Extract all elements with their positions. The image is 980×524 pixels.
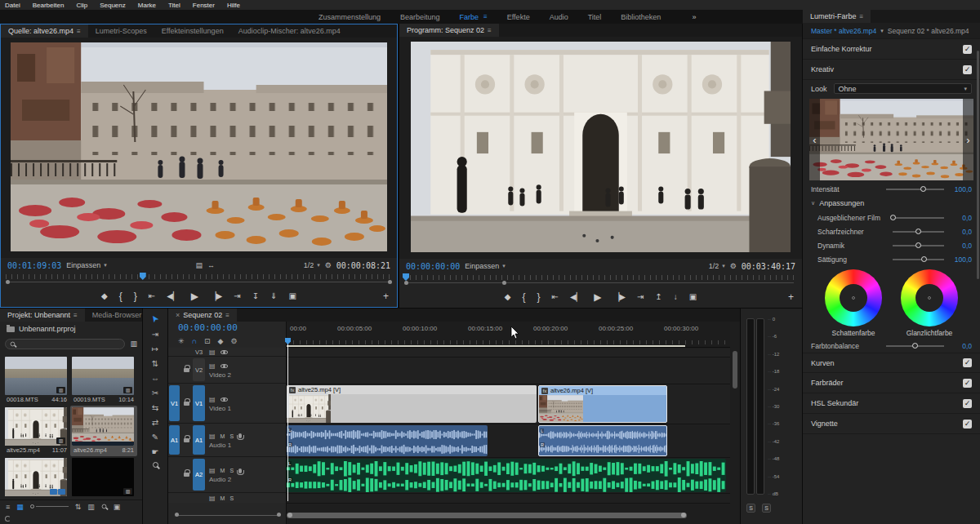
slide-tool[interactable]: ⇄ [152, 418, 158, 427]
adjustment-value[interactable]: 100,0 [951, 255, 972, 264]
solo-button[interactable]: S [229, 468, 234, 473]
workspace-tab-bearbeitung[interactable]: Bearbeitung [400, 13, 440, 21]
source-patch-v1[interactable]: V1 [169, 385, 180, 421]
program-zoom-bar[interactable] [404, 281, 797, 285]
work-area-bar[interactable] [287, 345, 685, 347]
track-select-forward-tool[interactable]: ⇥ [152, 330, 158, 339]
source-patch-a1[interactable]: A1 [169, 425, 180, 455]
track-target-v3[interactable]: V3 [195, 349, 203, 356]
track-name[interactable]: Audio 1 [209, 442, 286, 449]
track-target-a2[interactable]: A2 [193, 459, 205, 491]
menu-clip[interactable]: Clip [76, 2, 87, 9]
clip-name[interactable]: 00018.MTS [7, 396, 38, 403]
menu-marke[interactable]: Marke [138, 2, 156, 9]
zoom-handle-left[interactable] [175, 513, 179, 517]
clip-altve26-video[interactable]: fx altve26.mp4 [V] [538, 385, 667, 423]
play-button[interactable]: ▶ [191, 291, 198, 302]
source-video-area[interactable] [1, 38, 397, 258]
project-item[interactable] [3, 456, 70, 500]
slip-tool[interactable]: ⇆ [152, 403, 158, 412]
wrench-icon[interactable]: ⚙ [325, 261, 332, 269]
track-name[interactable]: Video 1 [209, 405, 286, 412]
project-item[interactable]: ▥ [70, 456, 137, 500]
sync-lock-icon[interactable]: ▤ [209, 495, 216, 502]
clip-altve25-video[interactable]: fx altve25.mp4 [V] [287, 385, 537, 423]
solo-left-button[interactable]: S [746, 504, 755, 513]
workspace-tab-zusammenstellung[interactable]: Zusammenstellung [318, 13, 381, 21]
section-kreativ[interactable]: Kreativ ✓ [803, 60, 980, 80]
solo-button[interactable]: S [229, 495, 234, 501]
shadow-tint-wheel[interactable] [825, 269, 882, 326]
zoom-handle-left[interactable] [404, 281, 408, 285]
sync-lock-icon[interactable]: ▤ [209, 362, 216, 370]
step-forward-button[interactable]: ▕▶ [210, 291, 222, 300]
slider-handle[interactable] [915, 242, 921, 248]
track-height-zoom[interactable] [175, 513, 281, 518]
look-prev-button[interactable]: ‹ [809, 99, 820, 180]
new-item-button[interactable]: ▣ [114, 503, 121, 511]
slider-handle[interactable] [890, 215, 896, 220]
look-dropdown[interactable]: Ohne ▾ [834, 83, 972, 94]
slider-handle[interactable] [912, 343, 918, 349]
project-item-selected[interactable]: altve26.mp4 8:21 [70, 406, 137, 456]
project-item[interactable]: ▥ 00018.MTS 44:16 [3, 355, 70, 406]
source-resolution-dropdown[interactable]: 1/2 ▾ [304, 261, 320, 269]
wrench-icon[interactable]: ⚙ [730, 262, 737, 270]
chevron-down-icon[interactable]: ▾ [880, 28, 884, 34]
master-clip-label[interactable]: Master * altve26.mp4 [811, 27, 876, 35]
menu-datei[interactable]: Datei [5, 2, 20, 9]
timeline-current-timecode[interactable]: 00:00:00:00 [168, 322, 286, 335]
intensity-value[interactable]: 100,0 [951, 185, 972, 193]
source-scrubber[interactable] [1, 273, 397, 285]
mark-in-button[interactable]: { [523, 291, 526, 303]
mute-button[interactable]: M [220, 468, 225, 473]
slider-handle[interactable] [920, 186, 926, 192]
mark-out-button[interactable]: } [537, 291, 541, 303]
find-button[interactable] [102, 504, 107, 509]
tab-lumetri-farbe[interactable]: Lumetri-Farbe ≡ [803, 10, 871, 23]
source-zoom-bar[interactable] [6, 280, 392, 284]
linked-selection-icon[interactable]: ⊡ [204, 337, 211, 345]
goto-in-button[interactable]: ⇤ [552, 292, 559, 301]
goto-out-button[interactable]: ⇥ [234, 291, 240, 300]
tab-effekteinstellungen[interactable]: Effekteinstellungen [154, 24, 231, 38]
list-view-button[interactable]: ≡ [6, 503, 10, 511]
program-video-area[interactable] [399, 37, 802, 259]
sort-button[interactable]: ⇅ [75, 503, 82, 511]
timeline-settings-wrench-icon[interactable]: ⚙ [231, 337, 238, 345]
track-lane-a2[interactable]: L R [287, 458, 730, 494]
zoom-handle-right[interactable] [502, 281, 506, 285]
goto-out-button[interactable]: ⇥ [637, 292, 644, 301]
voiceover-mic-icon[interactable] [238, 468, 242, 473]
scrollbar-thumb[interactable] [287, 513, 687, 518]
thumbnail-zoom-slider[interactable] [30, 504, 69, 508]
workspace-overflow-icon[interactable]: » [692, 13, 696, 21]
zoom-handle-right[interactable] [388, 280, 392, 284]
track-target-v1[interactable]: V1 [193, 385, 205, 421]
lock-icon[interactable] [184, 473, 189, 477]
program-current-timecode[interactable]: 00:00:00:00 [406, 262, 460, 271]
checkbox-vignette[interactable]: ✓ [963, 420, 972, 429]
tab-sequence[interactable]: × Sequenz 02 ≡ [168, 309, 237, 322]
sync-lock-icon[interactable]: ▤ [209, 349, 216, 356]
extract-button[interactable]: ↓ [674, 292, 678, 301]
panel-menu-icon[interactable]: ≡ [77, 28, 81, 35]
program-scrubber[interactable] [399, 273, 802, 286]
clip-name[interactable]: altve25.mp4 [7, 446, 40, 454]
slider-handle[interactable] [915, 229, 921, 234]
zoom-handle-right[interactable] [277, 513, 281, 517]
search-input[interactable] [5, 339, 125, 349]
balance-slider[interactable] [886, 345, 944, 347]
tab-media-browser[interactable]: Media-Browser [85, 309, 149, 322]
checkbox-kreativ[interactable]: ✓ [963, 65, 972, 74]
add-marker-button[interactable]: ◆ [101, 291, 108, 300]
mark-in-button[interactable]: { [119, 291, 122, 302]
time-ruler[interactable]: 00:00 00:00:05:00 00:00:10:00 00:00:15:0… [287, 322, 730, 348]
track-lane-v1[interactable]: fx altve25.mp4 [V] fx altve26.mp4 [V] [287, 384, 730, 424]
zoom-handle-left[interactable] [6, 280, 10, 284]
close-icon[interactable]: × [176, 311, 180, 319]
clip-altve25-audio[interactable]: L R [287, 425, 488, 456]
adjustment-slider[interactable] [893, 259, 944, 260]
source-settings-icon[interactable]: ▤ [195, 261, 203, 269]
menu-hilfe[interactable]: Hilfe [227, 2, 240, 9]
